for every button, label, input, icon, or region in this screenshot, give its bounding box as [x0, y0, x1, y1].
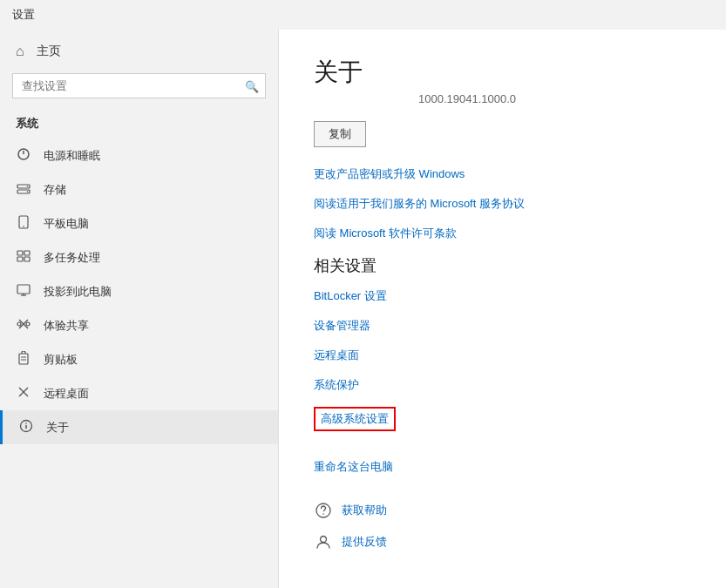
svg-rect-7	[17, 251, 23, 255]
get-help-icon	[314, 501, 333, 520]
link-system-protection[interactable]: 系统保护	[314, 377, 691, 393]
svg-rect-9	[17, 257, 23, 261]
bottom-links: 获取帮助 提供反馈	[314, 501, 691, 551]
page-title: 关于	[314, 56, 691, 89]
link-device-manager[interactable]: 设备管理器	[314, 318, 691, 334]
sidebar-item-label-power: 电源和睡眠	[44, 148, 100, 164]
sidebar-search-container: 🔍	[12, 73, 266, 98]
search-icon: 🔍	[245, 79, 259, 92]
sidebar-item-remote[interactable]: 远程桌面	[0, 376, 278, 410]
svg-point-14	[17, 322, 21, 326]
home-icon: ⌂	[16, 44, 24, 59]
remote-icon	[16, 385, 31, 402]
title-label: 设置	[12, 8, 35, 21]
tablet-icon	[16, 215, 31, 232]
sidebar-item-tablet[interactable]: 平板电脑	[0, 206, 278, 240]
clipboard-icon	[16, 351, 31, 368]
title-bar: 设置	[0, 0, 726, 30]
feedback-icon	[314, 532, 333, 551]
link-change-key[interactable]: 更改产品密钥或升级 Windows	[314, 166, 691, 182]
copy-button[interactable]: 复制	[314, 121, 366, 147]
sidebar-item-about[interactable]: 关于	[0, 410, 278, 444]
link-feedback[interactable]: 提供反馈	[314, 532, 691, 551]
sidebar-item-experience[interactable]: 体验共享	[0, 308, 278, 342]
sidebar-item-label-storage: 存储	[44, 182, 66, 198]
svg-point-3	[27, 186, 29, 187]
storage-icon	[16, 181, 31, 198]
get-help-label: 获取帮助	[342, 503, 387, 518]
sidebar-home-label: 主页	[37, 44, 61, 59]
sidebar-item-multitask[interactable]: 多任务处理	[0, 240, 278, 274]
link-advanced-system[interactable]: 高级系统设置	[314, 407, 396, 431]
svg-rect-16	[19, 354, 28, 364]
svg-rect-8	[24, 251, 30, 255]
feedback-label: 提供反馈	[342, 534, 387, 550]
multitask-icon	[16, 249, 31, 266]
sidebar: ⌂ 主页 🔍 系统 电源和睡眠	[0, 30, 279, 588]
sidebar-item-project[interactable]: 投影到此电脑	[0, 274, 278, 308]
sidebar-item-label-about: 关于	[46, 420, 69, 436]
sidebar-item-label-tablet: 平板电脑	[44, 216, 89, 232]
sidebar-item-label-clipboard: 剪贴板	[44, 352, 78, 368]
related-settings-title: 相关设置	[314, 255, 691, 276]
svg-point-6	[23, 226, 24, 227]
sidebar-item-label-project: 投影到此电脑	[44, 284, 112, 300]
sidebar-item-label-experience: 体验共享	[44, 318, 89, 334]
link-get-help[interactable]: 获取帮助	[314, 501, 691, 520]
svg-point-4	[27, 191, 29, 193]
link-ms-service[interactable]: 阅读适用于我们服务的 Microsoft 服务协议	[314, 196, 691, 212]
search-input[interactable]	[12, 73, 266, 98]
link-bitlocker[interactable]: BitLocker 设置	[314, 288, 691, 304]
sidebar-section-title: 系统	[0, 111, 278, 139]
svg-rect-10	[24, 257, 30, 261]
power-icon	[16, 147, 31, 164]
svg-point-24	[321, 537, 327, 543]
link-ms-license[interactable]: 阅读 Microsoft 软件许可条款	[314, 226, 691, 241]
sidebar-item-label-remote: 远程桌面	[44, 386, 89, 402]
sidebar-item-home[interactable]: ⌂ 主页	[0, 30, 278, 70]
svg-point-15	[26, 322, 30, 326]
svg-rect-11	[17, 285, 30, 294]
sidebar-item-clipboard[interactable]: 剪贴板	[0, 342, 278, 376]
sidebar-item-storage[interactable]: 存储	[0, 172, 278, 206]
project-icon	[16, 283, 31, 300]
version-text: 1000.19041.1000.0	[418, 92, 691, 105]
sidebar-item-power[interactable]: 电源和睡眠	[0, 139, 278, 172]
link-rename-pc[interactable]: 重命名这台电脑	[314, 459, 691, 475]
link-remote-desktop[interactable]: 远程桌面	[314, 348, 691, 363]
svg-point-23	[322, 513, 324, 515]
svg-point-21	[25, 422, 27, 424]
main-layout: ⌂ 主页 🔍 系统 电源和睡眠	[0, 30, 726, 588]
about-icon	[18, 419, 34, 436]
sidebar-item-label-multitask: 多任务处理	[44, 250, 100, 266]
experience-icon	[16, 317, 31, 334]
content-area: 关于 1000.19041.1000.0 复制 更改产品密钥或升级 Window…	[279, 30, 726, 588]
